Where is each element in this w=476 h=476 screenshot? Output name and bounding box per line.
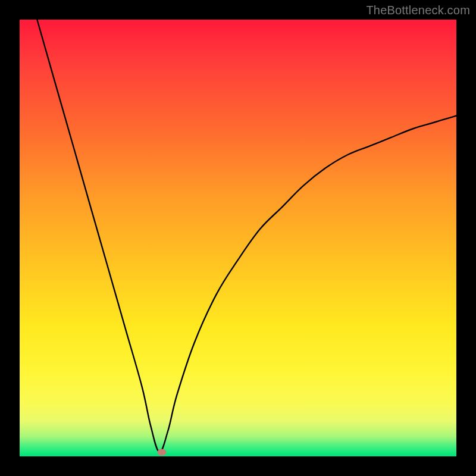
optimum-marker <box>157 449 166 455</box>
watermark-text: TheBottleneck.com <box>366 4 470 17</box>
plot-area <box>20 20 456 456</box>
bottleneck-curve <box>20 20 456 456</box>
curve-path <box>37 20 456 452</box>
chart-frame: TheBottleneck.com <box>0 0 476 476</box>
